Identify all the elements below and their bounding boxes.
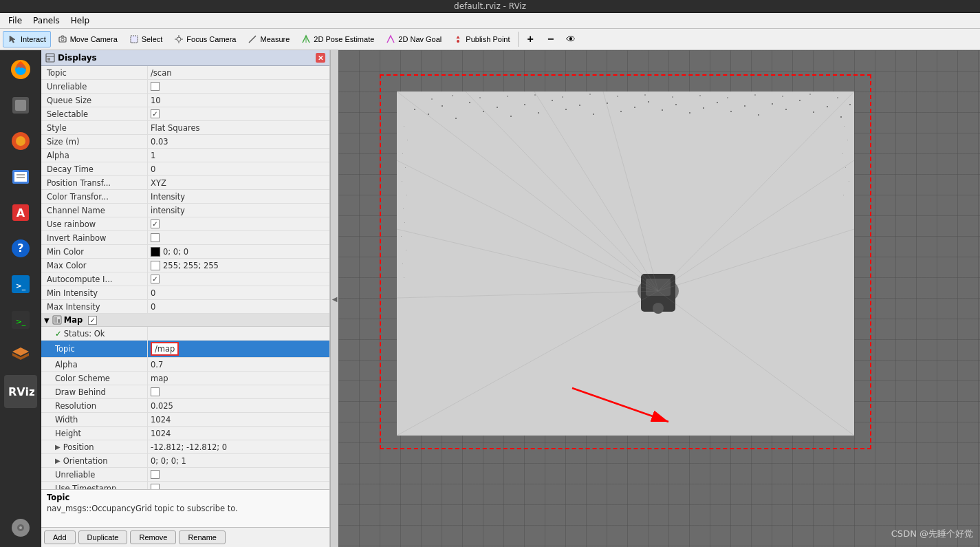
prop-max-color[interactable]: Max Color 255; 255; 255	[41, 259, 329, 272]
prop-value-use-rainbow[interactable]	[148, 217, 329, 230]
prop-value-max-color[interactable]: 255; 255; 255	[148, 259, 329, 272]
rename-button[interactable]: Rename	[179, 530, 226, 544]
prop-map-alpha[interactable]: Alpha 0.7	[41, 358, 329, 372]
max-color-swatch[interactable]	[151, 261, 160, 270]
map-enabled-checkbox[interactable]	[88, 316, 97, 325]
panel-collapse-handle[interactable]: ◀	[330, 50, 338, 547]
taskbar-item2[interactable]	[4, 89, 37, 122]
prop-value-min-color[interactable]: 0; 0; 0	[148, 245, 329, 258]
prop-selectable[interactable]: Selectable	[41, 107, 329, 121]
move-camera-button[interactable]: Move Camera	[52, 31, 122, 47]
prop-value-map-unreliable[interactable]	[148, 468, 329, 481]
prop-name-draw-behind: Draw Behind	[41, 385, 148, 398]
3d-viewport[interactable]: CSDN @先睡个好觉	[338, 50, 980, 547]
taskbar-item6[interactable]: ?	[4, 232, 37, 265]
prop-map-topic[interactable]: Topic /map	[41, 341, 329, 358]
add-button[interactable]: Add	[44, 530, 76, 544]
svg-rect-74	[406, 250, 406, 250]
prop-min-color[interactable]: Min Color 0; 0; 0	[41, 245, 329, 259]
prop-autocompute[interactable]: Autocompute I...	[41, 272, 329, 286]
prop-size[interactable]: Size (m) 0.03	[41, 135, 329, 149]
zoom-out-button[interactable]: −	[541, 32, 560, 47]
position-expand-arrow[interactable]: ▶	[55, 443, 61, 451]
use-rainbow-checkbox[interactable]	[151, 219, 160, 228]
prop-width[interactable]: Width 1024	[41, 413, 329, 427]
prop-use-timestamp[interactable]: Use Timestamp	[41, 482, 329, 489]
zoom-in-button[interactable]: +	[521, 32, 540, 47]
prop-channel-name[interactable]: Channel Name intensity	[41, 204, 329, 217]
selectable-checkbox[interactable]	[151, 109, 160, 118]
prop-value-autocompute[interactable]	[148, 272, 329, 286]
svg-rect-60	[727, 97, 728, 98]
map-topic-box[interactable]: /map	[151, 342, 179, 356]
prop-height[interactable]: Height 1024	[41, 427, 329, 440]
prop-decay-time[interactable]: Decay Time 0	[41, 162, 329, 176]
prop-value-use-timestamp[interactable]	[148, 482, 329, 489]
prop-name-unreliable: Unreliable	[41, 80, 148, 93]
taskbar-terminal[interactable]: >_	[4, 303, 37, 336]
prop-color-scheme[interactable]: Color Scheme map	[41, 372, 329, 385]
displays-content[interactable]: Topic /scan Unreliable Queue Size 10 Sel…	[41, 66, 329, 489]
prop-map-unreliable[interactable]: Unreliable	[41, 468, 329, 482]
orientation-expand-arrow[interactable]: ▶	[55, 457, 61, 464]
prop-queuesize[interactable]: Queue Size 10	[41, 94, 329, 107]
prop-invert-rainbow[interactable]: Invert Rainbow	[41, 231, 329, 245]
prop-draw-behind[interactable]: Draw Behind	[41, 385, 329, 399]
publish-point-button[interactable]: Publish Point	[448, 31, 514, 47]
taskbar-layers[interactable]	[4, 339, 37, 372]
2d-pose-button[interactable]: 2D Pose Estimate	[296, 31, 379, 47]
svg-rect-118	[730, 111, 732, 112]
prop-color-transf[interactable]: Color Transfor... Intensity	[41, 190, 329, 204]
svg-rect-70	[406, 195, 407, 195]
toolbar: Interact Move Camera Select Focus Camera…	[0, 29, 980, 50]
menu-file[interactable]: File	[3, 14, 28, 27]
remove-button[interactable]: Remove	[130, 530, 176, 544]
taskbar-item4[interactable]	[4, 160, 37, 193]
prop-resolution[interactable]: Resolution 0.025	[41, 399, 329, 413]
taskbar-item3[interactable]	[4, 125, 37, 158]
focus-camera-button[interactable]: Focus Camera	[168, 31, 241, 47]
select-button[interactable]: Select	[124, 31, 168, 47]
prop-use-rainbow[interactable]: Use rainbow	[41, 217, 329, 231]
unreliable-checkbox[interactable]	[151, 82, 160, 91]
svg-rect-58	[672, 96, 673, 98]
map-section-header[interactable]: ▼ Map	[41, 314, 329, 327]
view-button[interactable]: 👁	[561, 31, 580, 47]
use-timestamp-checkbox[interactable]	[151, 484, 160, 489]
taskbar-vscode[interactable]: >_	[4, 268, 37, 301]
prop-value-selectable[interactable]	[148, 107, 329, 120]
nav-icon	[385, 34, 396, 45]
prop-value-draw-behind[interactable]	[148, 385, 329, 398]
prop-value-invert-rainbow[interactable]	[148, 231, 329, 244]
move-camera-label: Move Camera	[70, 35, 118, 43]
panel-close-button[interactable]: ✕	[316, 53, 325, 63]
prop-max-intensity[interactable]: Max Intensity 0	[41, 300, 329, 314]
measure-button[interactable]: Measure	[242, 31, 294, 47]
prop-topic[interactable]: Topic /scan	[41, 66, 329, 80]
draw-behind-checkbox[interactable]	[151, 387, 160, 396]
duplicate-button[interactable]: Duplicate	[78, 530, 128, 544]
prop-min-intensity[interactable]: Min Intensity 0	[41, 286, 329, 300]
taskbar-disc[interactable]	[4, 511, 37, 544]
invert-rainbow-checkbox[interactable]	[151, 233, 160, 242]
autocompute-checkbox[interactable]	[151, 275, 160, 283]
2d-nav-button[interactable]: 2D Nav Goal	[380, 31, 446, 47]
min-color-swatch[interactable]	[151, 247, 160, 257]
prop-map-status[interactable]: ✓ Status: Ok	[41, 327, 329, 341]
menu-panels[interactable]: Panels	[28, 14, 65, 27]
taskbar-firefox[interactable]	[4, 53, 37, 86]
taskbar-item5[interactable]: A	[4, 196, 37, 229]
menu-help[interactable]: Help	[65, 14, 95, 27]
map-unreliable-checkbox[interactable]	[151, 470, 160, 479]
prop-style[interactable]: Style Flat Squares	[41, 121, 329, 135]
taskbar-rviz[interactable]: RViz	[4, 375, 37, 408]
prop-unreliable[interactable]: Unreliable	[41, 80, 329, 94]
prop-value-unreliable[interactable]	[148, 80, 329, 93]
prop-alpha[interactable]: Alpha 1	[41, 149, 329, 162]
prop-position[interactable]: ▶ Position -12.812; -12.812; 0	[41, 440, 329, 454]
prop-position-transf[interactable]: Position Transf... XYZ	[41, 176, 329, 190]
interact-button[interactable]: Interact	[3, 31, 51, 47]
prop-value-map-topic[interactable]: /map	[148, 341, 329, 357]
prop-orientation[interactable]: ▶ Orientation 0; 0; 0; 1	[41, 454, 329, 468]
svg-rect-56	[617, 96, 618, 97]
